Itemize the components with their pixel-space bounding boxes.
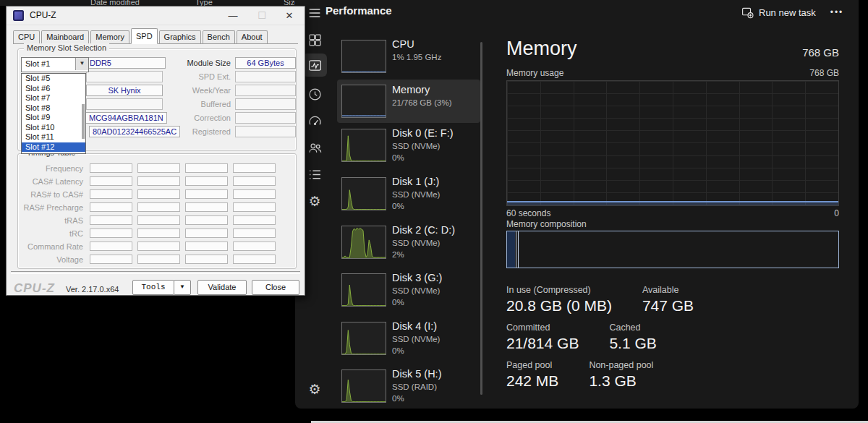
disk2-mini-graph [341, 226, 386, 259]
stats-row-3: Paged pool 242 MB Non-paged pool 1.3 GB [506, 360, 653, 390]
cpuz-titlebar[interactable]: CPU-Z — ☐ ✕ [7, 7, 305, 25]
memory-title: Memory [506, 38, 577, 60]
memory-composition-label: Memory composition [506, 219, 587, 229]
tab-mainboard[interactable]: Mainboard [41, 30, 89, 43]
dropdown-item-slot7[interactable]: Slot #7 [22, 93, 85, 103]
stat-nonpaged-pool: Non-paged pool 1.3 GB [589, 360, 653, 390]
timing-row-voltage: Voltage [20, 254, 292, 265]
dropdown-item-slot6[interactable]: Slot #6 [22, 84, 85, 94]
timing-row-command-rate: Command Rate [20, 241, 292, 252]
memory-slot-combobox-value: Slot #1 [25, 59, 50, 68]
correction-label: Correction [171, 114, 231, 122]
sidebar-scrollbar[interactable] [480, 42, 482, 395]
explorer-header-strip: Date modified Type Size [0, 0, 304, 6]
dropdown-item-slot5[interactable]: Slot #5 [22, 74, 85, 84]
tab-memory[interactable]: Memory [90, 30, 129, 43]
buffered-label: Buffered [171, 100, 231, 108]
memory-composition-bar [506, 231, 839, 268]
sidebar-item-cpu[interactable]: CPU 1% 1.95 GHz [337, 36, 480, 78]
close-button[interactable]: Close [252, 280, 299, 295]
page-title: Performance [326, 4, 392, 17]
tab-bench[interactable]: Bench [203, 30, 235, 43]
hamburger-icon[interactable] [302, 1, 327, 25]
memory-usage-area [507, 202, 838, 205]
dropdown-item-slot10[interactable]: Slot #10 [22, 123, 85, 133]
sidebar-item-memory[interactable]: Memory 21/768 GB (3%) [337, 80, 480, 123]
time-axis-label: 60 seconds [506, 208, 550, 218]
stat-cached: Cached 5.1 GB [609, 322, 656, 352]
sidebar-item-disk4[interactable]: Disk 4 (I:) SSD (NVMe) 0% [337, 318, 480, 364]
cpuz-logo: CPU-Z [14, 281, 55, 296]
dropdown-item-slot11[interactable]: Slot #11 [22, 132, 85, 142]
manufacturer-field: SK Hynix [86, 85, 163, 96]
stat-paged-pool: Paged pool 242 MB [506, 360, 558, 390]
memory-panel: Memory 768 GB Memory usage 768 GB 60 sec… [506, 0, 839, 409]
stats-row-2: Committed 21/814 GB Cached 5.1 GB [506, 322, 657, 352]
dropdown-scrollbar[interactable] [82, 104, 85, 139]
dropdown-item-slot8[interactable]: Slot #8 [22, 103, 85, 114]
registered-label: Registered [171, 127, 231, 136]
disk4-mini-graph [341, 322, 386, 355]
performance-icon[interactable] [302, 54, 327, 77]
spd-ext-label: SPD Ext. [171, 72, 231, 81]
composition-standby-tick [518, 231, 519, 268]
close-icon[interactable]: ✕ [278, 9, 300, 22]
sidebar-item-disk5[interactable]: Disk 5 (H:) SSD (RAID) 0% [337, 366, 480, 409]
serial-number-field: 80AD012324466525AC [89, 126, 180, 137]
spd-ext-field [235, 71, 296, 82]
tab-cpu[interactable]: CPU [13, 30, 40, 43]
tab-graphics[interactable]: Graphics [159, 30, 201, 43]
dropdown-item-slot9[interactable]: Slot #9 [22, 113, 85, 123]
memory-slot-selection-title: Memory Slot Selection [24, 43, 109, 52]
week-year-label: Week/Year [171, 86, 231, 95]
composition-modified-tick [516, 231, 516, 268]
memory-total: 768 GB [802, 46, 839, 59]
week-year-field [235, 85, 296, 96]
screen: Date modified Type Size CPU-Z — ☐ ✕ CPU … [0, 0, 868, 423]
sidebar-item-disk3[interactable]: Disk 3 (G:) SSD (NVMe) 0% [337, 270, 480, 316]
details-icon[interactable] [302, 163, 327, 186]
tab-spd[interactable]: SPD [131, 28, 158, 44]
footer-divider [11, 271, 300, 274]
memory-usage-label: Memory usage [506, 68, 563, 78]
disk0-mini-graph [341, 129, 386, 162]
disk1-mini-graph [341, 177, 386, 210]
app-history-icon[interactable] [302, 82, 327, 106]
cpuz-version: Ver. 2.17.0.x64 [66, 285, 119, 294]
dropdown-item-slot12[interactable]: Slot #12 [22, 142, 85, 153]
settings-icon[interactable]: ⚙ [302, 377, 327, 401]
users-icon[interactable] [302, 136, 327, 159]
part-number-field: MCG94AGBRA181N [85, 112, 167, 124]
disk5-mini-graph [341, 369, 386, 403]
sidebar-item-disk0[interactable]: Disk 0 (E: F:) SSD (NVMe) 0% [337, 125, 480, 171]
minimize-button[interactable]: — [222, 9, 244, 22]
tools-dropdown-arrow[interactable]: ▼ [174, 280, 191, 295]
processes-icon[interactable] [302, 28, 327, 51]
timing-row-tras: tRAS [20, 215, 292, 226]
sidebar-item-disk1[interactable]: Disk 1 (J:) SSD (NVMe) 0% [337, 174, 480, 220]
tools-button[interactable]: Tools [132, 280, 174, 295]
module-size-label: Module Size [171, 59, 231, 67]
cpuz-tab-bar: CPU Mainboard Memory SPD Graphics Bench … [13, 29, 298, 44]
cpuz-app-icon [13, 10, 24, 21]
validate-button[interactable]: Validate [197, 280, 247, 295]
stat-committed: Committed 21/814 GB [506, 322, 579, 352]
memory-slot-dropdown: Slot #5 Slot #6 Slot #7 Slot #8 Slot #9 … [21, 73, 86, 154]
disk3-mini-graph [341, 273, 386, 307]
timing-row-frequency: Frequency [20, 163, 292, 174]
maximize-button: ☐ [251, 9, 273, 22]
memory-slot-combobox[interactable]: Slot #1 ▼ [21, 57, 89, 72]
memory-usage-line [507, 201, 838, 202]
correction-field [235, 112, 296, 124]
timing-row-ras-to-cas: RAS# to CAS# [20, 189, 292, 200]
startup-apps-icon[interactable] [302, 109, 327, 132]
stat-available: Available 747 GB [642, 285, 694, 315]
sidebar-item-disk2[interactable]: Disk 2 (C: D:) SSD (NVMe) 2% [337, 222, 480, 268]
module-type-field: DDR5 [86, 57, 166, 69]
tab-about[interactable]: About [237, 30, 268, 43]
buffered-field [235, 98, 296, 110]
cpu-mini-graph [341, 40, 386, 73]
chevron-down-icon[interactable]: ▼ [75, 58, 88, 70]
services-icon[interactable]: ⚙ [302, 189, 327, 213]
module-size-field: 64 GBytes [235, 57, 296, 69]
